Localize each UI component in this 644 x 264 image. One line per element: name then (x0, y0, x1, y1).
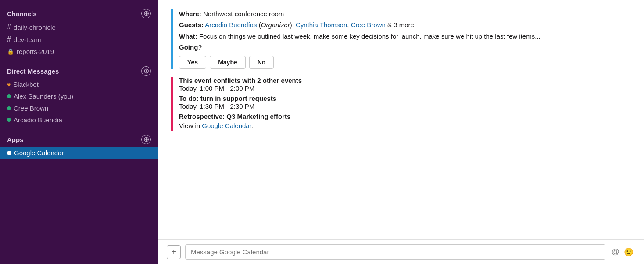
conflict-title: This event conflicts with 2 other events (179, 77, 631, 84)
guest2-link[interactable]: Cynthia Thomson (296, 21, 347, 29)
sidebar-item-label: Google Calendar (14, 149, 64, 157)
message-area: Where: Northwest conference room Guests:… (158, 0, 644, 239)
channels-label: Channels (7, 10, 37, 18)
hash-icon: # (7, 23, 11, 31)
sidebar-item-label: Alex Saunders (you) (14, 93, 73, 100)
event-going-line: Going? (179, 42, 631, 52)
event-guests-line: Guests: Arcadio Buendías (Organizer), Cy… (179, 20, 631, 30)
event-what-line: What: Focus on things we outlined last w… (179, 31, 631, 41)
at-icon: @ (612, 247, 619, 256)
event-what-value: Focus on things we outlined last week, m… (199, 32, 540, 40)
message-input[interactable] (185, 244, 605, 260)
plus-icon: + (171, 247, 176, 257)
conflict-view-suffix: . (251, 122, 253, 129)
rsvp-maybe-button[interactable]: Maybe (210, 56, 246, 69)
rsvp-yes-button[interactable]: Yes (179, 56, 206, 69)
message-input-bar: + @ 🙂 (158, 239, 644, 264)
direct-messages-section-header: Direct Messages ⊕ (0, 62, 158, 78)
guest3-link[interactable]: Cree Brown (351, 21, 386, 29)
add-app-button[interactable]: ⊕ (141, 135, 151, 144)
sidebar-item-dev-team[interactable]: # dev-team (0, 33, 158, 46)
sidebar-item-slackbot[interactable]: ♥ Slackbot (0, 78, 158, 90)
guests-more-value: & 3 more (387, 21, 414, 29)
rsvp-buttons: Yes Maybe No (179, 56, 631, 69)
add-channel-icon: ⊕ (143, 10, 149, 17)
heart-icon: ♥ (7, 81, 11, 88)
google-calendar-dot-icon (7, 151, 11, 155)
apps-section-header: Apps ⊕ (0, 130, 158, 147)
conflict-view-line: View in Google Calendar. (179, 121, 631, 131)
event-where-label: Where: (179, 10, 201, 18)
event-guests-label: Guests: (179, 21, 204, 29)
lock-icon: 🔒 (7, 48, 14, 55)
main-content: Where: Northwest conference room Guests:… (158, 0, 644, 264)
emoji-button[interactable]: 🙂 (622, 247, 635, 257)
google-calendar-link[interactable]: Google Calendar (202, 122, 251, 129)
sidebar-item-label: dev-team (14, 36, 41, 43)
sidebar: Channels ⊕ # daily-chronicle # dev-team … (0, 0, 158, 264)
sidebar-item-label: reports-2019 (17, 48, 54, 55)
sidebar-item-google-calendar[interactable]: Google Calendar (0, 147, 158, 159)
guest1-role-text: Organizer (261, 21, 290, 29)
conflict2-title: Retrospective: Q3 Marketing efforts (179, 113, 631, 120)
channels-section-header: Channels ⊕ (0, 4, 158, 21)
sidebar-item-label: daily-chronicle (14, 24, 56, 31)
sidebar-item-label: Cree Brown (14, 104, 48, 112)
mention-button[interactable]: @ (610, 247, 621, 257)
sidebar-item-reports-2019[interactable]: 🔒 reports-2019 (0, 46, 158, 57)
direct-messages-label: Direct Messages (7, 68, 59, 75)
sidebar-item-cree-brown[interactable]: Cree Brown (0, 102, 158, 114)
hash-icon: # (7, 36, 11, 43)
conflict-view-prefix: View in (179, 122, 202, 129)
event-going-label: Going? (179, 43, 202, 51)
online-status-icon (7, 118, 11, 122)
add-channel-button[interactable]: ⊕ (141, 9, 151, 18)
conflict-main-time: Today, 1:00 PM - 2:00 PM (179, 85, 631, 92)
add-dm-icon: ⊕ (143, 68, 149, 75)
online-status-icon (7, 94, 11, 98)
sidebar-item-daily-chronicle[interactable]: # daily-chronicle (0, 21, 158, 33)
input-icons: @ 🙂 (610, 247, 635, 257)
online-status-icon (7, 106, 11, 110)
sidebar-item-label: Slackbot (13, 81, 39, 88)
rsvp-no-button[interactable]: No (249, 56, 274, 69)
add-app-icon: ⊕ (143, 136, 149, 143)
add-attachment-button[interactable]: + (167, 245, 181, 259)
guest1-role: (Organizer) (259, 21, 292, 29)
sidebar-item-alex-saunders[interactable]: Alex Saunders (you) (0, 90, 158, 102)
event-where-line: Where: Northwest conference room (179, 9, 631, 19)
add-dm-button[interactable]: ⊕ (141, 66, 151, 76)
sidebar-item-arcadio-buendia[interactable]: Arcadio Buendía (0, 114, 158, 126)
guest1-link[interactable]: Arcadio Buendías (205, 21, 257, 29)
event-details-block: Where: Northwest conference room Guests:… (171, 9, 631, 69)
apps-label: Apps (7, 136, 24, 143)
conflict1-title: To do: turn in support requests (179, 95, 631, 102)
event-where-value: Northwest conference room (203, 10, 284, 18)
conflict1-time: Today, 1:30 PM - 2:30 PM (179, 103, 631, 110)
conflict-block: This event conflicts with 2 other events… (171, 77, 631, 131)
sidebar-item-label: Arcadio Buendía (14, 116, 62, 124)
guests-more-text: & 3 more (387, 21, 414, 29)
event-what-label: What: (179, 32, 197, 40)
emoji-icon: 🙂 (624, 248, 633, 257)
